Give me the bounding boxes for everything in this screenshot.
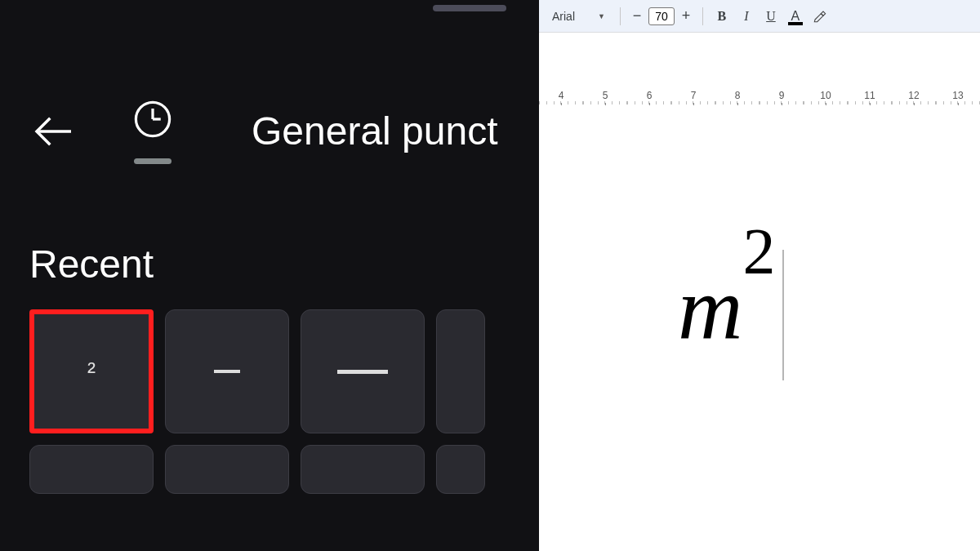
tab-indicator bbox=[134, 158, 172, 164]
key-item[interactable] bbox=[436, 309, 485, 433]
highlighter-icon bbox=[813, 10, 826, 23]
font-family-selector[interactable]: Arial ▼ bbox=[546, 10, 612, 23]
ruler-tick: 5 bbox=[583, 90, 627, 104]
character-picker-panel: General punct Recent ² bbox=[0, 0, 539, 551]
recent-tab[interactable] bbox=[131, 98, 174, 164]
ruler-tick: 12 bbox=[892, 90, 936, 104]
formatting-toolbar: Arial ▼ − + B I U A bbox=[539, 0, 980, 33]
font-size-input[interactable] bbox=[648, 7, 675, 25]
font-size-increase-button[interactable]: + bbox=[678, 8, 694, 24]
key-item[interactable] bbox=[165, 445, 289, 494]
ruler-tick: 4 bbox=[539, 90, 583, 104]
ruler-tick: 7 bbox=[671, 90, 715, 104]
keys-row-2 bbox=[29, 445, 539, 494]
font-name-label: Arial bbox=[552, 10, 575, 23]
docs-editor: Arial ▼ − + B I U A 45678910111213 m2 bbox=[539, 0, 980, 551]
math-exponent: 2 bbox=[742, 216, 775, 287]
ruler-tick: 11 bbox=[848, 90, 892, 104]
picker-header: General punct bbox=[21, 98, 539, 164]
recent-section-label: Recent bbox=[29, 242, 539, 287]
highlight-color-button[interactable] bbox=[809, 6, 831, 27]
key-glyph: ² bbox=[87, 358, 96, 385]
ruler-tick: 8 bbox=[715, 90, 760, 104]
italic-button[interactable]: I bbox=[736, 6, 757, 27]
key-item[interactable] bbox=[436, 445, 485, 494]
ruler-tick: 10 bbox=[804, 90, 848, 104]
math-base: m bbox=[678, 259, 742, 358]
key-em-dash[interactable] bbox=[301, 309, 425, 433]
category-label: General punct bbox=[252, 109, 498, 153]
toolbar-divider bbox=[702, 7, 703, 25]
clock-icon bbox=[131, 98, 174, 140]
key-item[interactable] bbox=[29, 445, 154, 494]
underline-button[interactable]: U bbox=[760, 6, 782, 27]
recent-keys-row: ² bbox=[29, 309, 539, 433]
horizontal-ruler[interactable]: 45678910111213 bbox=[539, 90, 980, 104]
toolbar-divider bbox=[620, 7, 621, 25]
ruler-tick: 13 bbox=[936, 90, 980, 104]
key-superscript-2[interactable]: ² bbox=[29, 309, 154, 433]
document-text: m2 bbox=[678, 249, 775, 361]
text-cursor bbox=[782, 250, 784, 380]
em-dash-icon bbox=[337, 370, 388, 374]
en-dash-icon bbox=[214, 370, 240, 373]
document-page[interactable]: m2 bbox=[539, 106, 980, 551]
key-item[interactable] bbox=[301, 445, 425, 494]
ruler-tick: 9 bbox=[760, 90, 804, 104]
bold-button[interactable]: B bbox=[711, 6, 733, 27]
ruler-tick: 6 bbox=[627, 90, 671, 104]
key-en-dash[interactable] bbox=[165, 309, 289, 433]
scroll-indicator bbox=[433, 5, 506, 11]
font-size-decrease-button[interactable]: − bbox=[629, 8, 645, 24]
text-color-button[interactable]: A bbox=[785, 6, 806, 27]
text-color-swatch bbox=[788, 22, 803, 25]
dropdown-icon: ▼ bbox=[598, 12, 605, 20]
arrow-left-icon bbox=[31, 109, 77, 154]
ruler-area: 45678910111213 bbox=[539, 33, 980, 106]
back-button[interactable] bbox=[21, 99, 87, 164]
